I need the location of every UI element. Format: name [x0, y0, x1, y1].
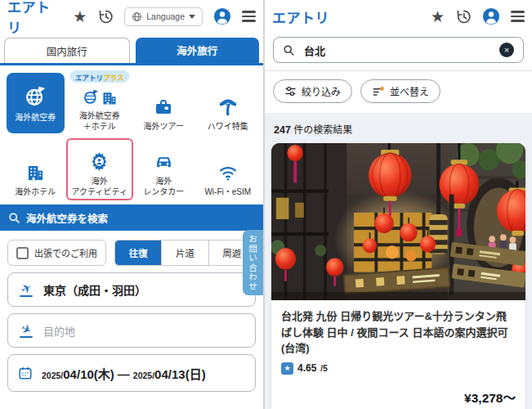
language-label: Language	[146, 11, 185, 21]
globe-plane-building-icon	[82, 82, 118, 106]
origin-input[interactable]: ✈ 東京（成田・羽田）	[7, 272, 256, 307]
chevron-down-icon	[189, 15, 195, 19]
tile-overseas-activities[interactable]: 海外アクティビティ	[68, 140, 132, 199]
tile-label: Wi-Fi・eSIM	[204, 187, 251, 197]
tab-overseas-travel[interactable]: 海外旅行	[136, 38, 260, 63]
favorites-star-icon[interactable]: ★	[431, 9, 445, 25]
price-label: ¥3,278～	[281, 388, 516, 406]
wifi-icon	[217, 158, 239, 182]
service-grid: 海外航空券 エアトリプラス 海外航空券＋ホテル 海外ツアー	[0, 65, 263, 202]
building-icon	[26, 158, 45, 182]
clear-search-icon[interactable]: ×	[499, 43, 514, 57]
sort-icon	[372, 85, 385, 98]
trip-type-oneway[interactable]: 片道	[161, 240, 208, 265]
origin-value: 東京（成田・羽田）	[43, 281, 146, 298]
filter-button[interactable]: 絞り込み	[273, 79, 352, 103]
search-icon	[8, 212, 20, 224]
tile-label: 海外アクティビティ	[72, 176, 127, 197]
flight-search-form: 出張でのご利用 往復 片道 周遊 ✈ 東京（成田・羽田） ✈ 目的地 202	[0, 231, 263, 401]
jiufen-lanterns-image	[271, 143, 525, 300]
tile-wifi-esim[interactable]: Wi-Fi・eSIM	[196, 140, 261, 199]
result-title: 台北発 九份 日帰り観光ツアー&十分ランタン飛ばし体験 日中 / 夜間コース 日…	[281, 308, 516, 357]
sort-button[interactable]: 並べ替え	[360, 79, 440, 103]
history-icon[interactable]	[455, 8, 472, 25]
airtrip-plus-badge: エアトリプラス	[69, 70, 129, 83]
activity-gear-icon	[89, 147, 110, 172]
keyword-search-wrap: 台北 ×	[265, 33, 532, 70]
tab-domestic-travel[interactable]: 国内旅行	[4, 38, 130, 63]
keyword-search-input[interactable]: 台北 ×	[273, 37, 524, 63]
favorites-star-icon[interactable]: ★	[73, 9, 87, 25]
menu-icon[interactable]	[242, 11, 256, 21]
destination-input[interactable]: ✈ 目的地	[7, 313, 256, 348]
sort-label: 並べ替え	[390, 84, 429, 98]
tile-hawaii-special[interactable]: ハワイ特集	[196, 73, 261, 133]
result-card[interactable]: 台北発 九份 日帰り観光ツアー&十分ランタン飛ばし体験 日中 / 夜間コース 日…	[271, 143, 525, 409]
flight-search-header: 海外航空券を検索	[0, 204, 263, 231]
checkbox[interactable]	[16, 247, 29, 259]
plane-landing-icon: ✈	[18, 323, 34, 338]
travel-type-tabs: 国内旅行 海外旅行	[0, 33, 263, 65]
menu-icon[interactable]	[511, 11, 525, 21]
destination-placeholder: 目的地	[43, 323, 75, 339]
history-icon[interactable]	[97, 8, 114, 25]
tile-label: 海外航空券	[15, 112, 56, 123]
rating-row: ★ 4.65 /5	[281, 362, 516, 375]
rating-value: 4.65	[297, 362, 316, 374]
tile-overseas-rental-car[interactable]: 海外レンタカー	[132, 140, 196, 199]
date-range-value: 2025/04/10(木)—2025/04/13(日)	[42, 365, 206, 382]
filter-label: 絞り込み	[302, 84, 341, 98]
tile-flight-plus-hotel[interactable]: エアトリプラス 海外航空券＋ホテル	[68, 73, 132, 133]
result-card-body: 台北発 九份 日帰り観光ツアー&十分ランタン飛ばし体験 日中 / 夜間コース 日…	[271, 300, 525, 409]
tile-label: 海外ツアー	[144, 121, 184, 132]
trip-type-roundtrip[interactable]: 往復	[115, 240, 161, 265]
rating-star-icon: ★	[281, 362, 293, 375]
palm-tree-icon	[218, 92, 238, 117]
briefcase-icon	[154, 92, 173, 117]
filter-tune-icon	[284, 85, 297, 97]
tile-label: 海外ホテル	[15, 187, 56, 197]
profile-icon[interactable]	[213, 7, 231, 25]
business-use-label: 出張でのご利用	[34, 246, 97, 259]
search-value: 台北	[304, 43, 490, 58]
rating-max: /5	[320, 364, 327, 373]
tile-overseas-flights[interactable]: 海外航空券	[7, 73, 65, 133]
date-range-input[interactable]: 2025/04/10(木)—2025/04/13(日)	[7, 354, 256, 392]
tile-label: 海外航空券＋ホテル	[79, 110, 120, 132]
results-count-line: 247 件の検索結果	[274, 122, 525, 136]
trip-type-selector: 往復 片道 周遊	[114, 240, 256, 266]
tile-label: 海外レンタカー	[143, 176, 184, 197]
contact-us-tab[interactable]: お問い合わせ	[243, 230, 263, 295]
tile-overseas-hotels[interactable]: 海外ホテル	[3, 140, 68, 199]
globe-plane-icon	[23, 83, 47, 108]
airtrip-logo: エアトリ	[7, 0, 62, 37]
app-window: エアトリ ★ Language 国内旅行 海外旅行	[0, 0, 532, 409]
tile-overseas-tours[interactable]: 海外ツアー	[132, 73, 196, 133]
results-area: 247 件の検索結果	[265, 113, 532, 409]
search-icon	[283, 44, 295, 56]
right-header: エアトリ ★	[265, 0, 532, 33]
flight-search-title: 海外航空券を検索	[26, 210, 108, 226]
business-use-checkbox-card[interactable]: 出張でのご利用	[7, 240, 106, 266]
calendar-icon	[18, 366, 33, 380]
flight-search-panel: エアトリ ★ Language 国内旅行 海外旅行	[0, 0, 265, 409]
tile-label: ハワイ特集	[208, 121, 248, 132]
airtrip-logo: エアトリ	[272, 7, 329, 27]
car-icon	[154, 147, 174, 172]
activity-search-panel: エアトリ ★ 台北 × すべて (247) ツアー (29) 遊び・体験 (10…	[265, 0, 532, 409]
left-header: エアトリ ★ Language	[0, 0, 263, 33]
profile-icon[interactable]	[482, 7, 500, 25]
globe-icon	[132, 11, 142, 22]
filter-sort-row: 絞り込み 並べ替え	[265, 71, 532, 113]
plane-takeoff-icon: ✈	[18, 282, 34, 297]
language-selector[interactable]: Language	[124, 7, 203, 26]
